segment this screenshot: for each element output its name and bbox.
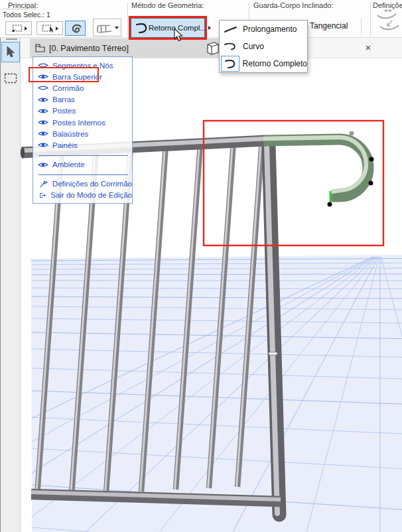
node-handle-2[interactable]	[369, 181, 373, 186]
railing-icon	[96, 22, 112, 34]
palette-item-ambiente[interactable]: Ambiente	[33, 159, 132, 170]
eye-closed-icon[interactable]	[38, 84, 48, 92]
node-handle-3[interactable]	[328, 202, 332, 207]
palette-item-postes-internos[interactable]: Postes Internos	[33, 117, 132, 128]
flyout-arrow-icon	[208, 26, 211, 30]
marquee-tool-button[interactable]	[1, 68, 20, 88]
post-midpoint-handle[interactable]	[269, 352, 277, 355]
minor-separator	[361, 18, 362, 36]
eye-open-icon[interactable]	[38, 141, 48, 149]
railing-settings-icon	[39, 179, 48, 188]
close-icon[interactable]: ×	[362, 41, 374, 54]
flyout-arrow-icon	[56, 27, 58, 31]
eye-open-icon[interactable]	[38, 161, 48, 168]
railing-settings-toolbar-icon[interactable]	[375, 9, 401, 35]
story-title-bar: [0. Pavimento Térreo]	[30, 38, 224, 58]
palette-item-barras[interactable]: Barras	[33, 94, 132, 105]
eye-open-icon[interactable]	[38, 107, 48, 115]
eye-open-icon[interactable]	[38, 130, 48, 137]
arrow-tool-button[interactable]	[1, 42, 20, 62]
palette-separator	[38, 155, 128, 156]
geometry-method-button[interactable]: Retorno Compl...	[131, 18, 205, 38]
flyout-arrow-icon	[25, 27, 27, 31]
eye-open-icon[interactable]	[38, 96, 48, 103]
section-separator	[370, 2, 371, 36]
palette-separator	[38, 174, 128, 175]
eye-open-icon[interactable]	[38, 119, 48, 126]
viewport-header-bar: [0. Pavimento Térreo] ×	[20, 38, 402, 58]
geometry-method-highlight-box: Retorno Compl...	[129, 16, 207, 40]
palette-item-balaustres[interactable]: Balaústres	[33, 128, 132, 139]
dropdown-arrow-icon	[115, 27, 119, 29]
exit-edit-mode-icon	[39, 191, 46, 200]
node-handle-1[interactable]	[369, 157, 374, 162]
node-handle-gray[interactable]	[350, 131, 354, 136]
palette-item-postes[interactable]: Postes	[33, 105, 132, 117]
snap-magnet-button[interactable]	[65, 21, 86, 36]
left-toolbox	[0, 38, 21, 532]
mouse-cursor	[173, 28, 184, 42]
exit-edit-mode-action[interactable]: Sair do Modo de Edição	[33, 190, 132, 201]
lasso-select-icon	[11, 24, 23, 33]
selection-status: Todos Selec.: 1	[3, 11, 50, 19]
menu-item-label: Curvo	[239, 42, 264, 51]
archicad-railing-edit-window: [0. Pavimento Térreo] × Principal: Todos…	[0, 0, 402, 532]
toolbox-grip[interactable]	[6, 38, 17, 40]
railing-tool-button[interactable]	[93, 19, 121, 36]
section-separator	[127, 2, 128, 36]
menu-item-label: Retorno Completo	[239, 59, 307, 68]
principal-divider	[2, 9, 37, 9]
curve-icon	[221, 38, 239, 54]
select-settings-button[interactable]	[5, 21, 32, 35]
menu-item-retorno-completo[interactable]: Retorno Completo	[220, 55, 307, 72]
marquee-icon	[4, 73, 17, 84]
marquee-settings-button[interactable]	[36, 21, 63, 35]
palette-item-corrimao[interactable]: Corrimão	[33, 82, 132, 94]
story-title: [0. Pavimento Térreo]	[49, 44, 129, 53]
arrow-cursor-icon	[6, 46, 16, 58]
marquee-select-icon	[42, 24, 54, 33]
full-return-icon	[134, 21, 149, 34]
geometry-section-label: Método de Geometria:	[131, 1, 204, 9]
top-rail-end-cap	[21, 147, 25, 158]
palette-item-paineis[interactable]: Painéis	[33, 139, 132, 151]
story-icon	[34, 43, 46, 53]
slant-value[interactable]: Tangencial	[310, 21, 348, 31]
railing-settings-action[interactable]: Definições do Corrimão	[33, 178, 132, 190]
menu-item-curvo[interactable]: Curvo	[220, 38, 307, 55]
slant-section-label: Guarda-Corpo Inclinado:	[253, 1, 333, 9]
barra-superior-highlight-box	[29, 67, 99, 82]
full-return-icon	[221, 56, 239, 72]
magnet-icon	[69, 23, 82, 34]
menu-item-prolongamento[interactable]: Prolongamento	[220, 21, 307, 38]
menu-item-label: Prolongamento	[239, 25, 297, 34]
extension-icon	[221, 21, 239, 37]
geometry-method-menu: Prolongamento Curvo Retorno Completo	[219, 20, 308, 73]
